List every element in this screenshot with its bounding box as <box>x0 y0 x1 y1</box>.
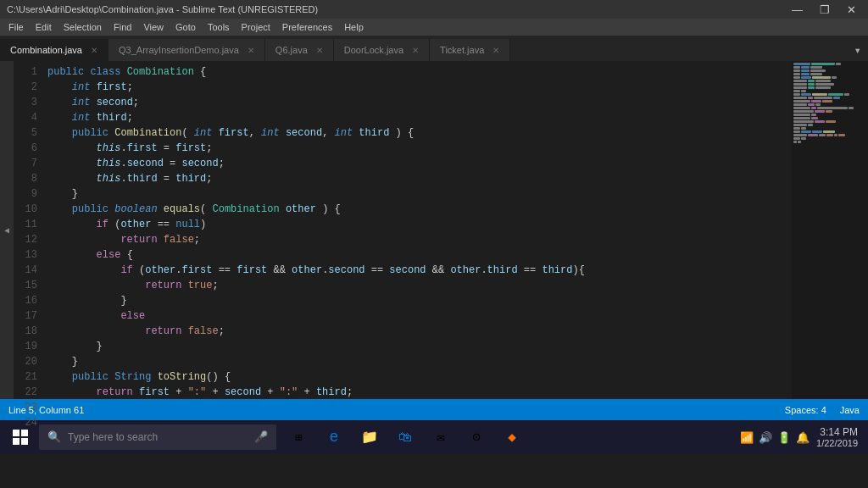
menu-help[interactable]: Help <box>339 19 369 36</box>
line-num-21: 21 <box>17 369 37 385</box>
notification-icon[interactable]: 🔔 <box>796 431 810 444</box>
line-num-10: 10 <box>17 202 37 217</box>
line-num-1: 1 <box>17 64 37 80</box>
status-bar: Line 5, Column 61 Spaces: 4 Java <box>0 399 868 420</box>
code-line-20: } <box>44 354 792 369</box>
line-num-19: 19 <box>17 339 37 354</box>
line-num-4: 4 <box>17 110 37 125</box>
status-right: Spaces: 4 Java <box>785 405 860 415</box>
wifi-icon[interactable]: 📶 <box>740 431 754 444</box>
line-num-22: 22 <box>17 385 37 400</box>
line-num-13: 13 <box>17 247 37 263</box>
search-icon: 🔍 <box>47 430 61 444</box>
line-num-20: 20 <box>17 354 37 369</box>
menu-selection[interactable]: Selection <box>58 19 107 36</box>
tab-doorlock[interactable]: DoorLock.java ✕ <box>334 39 430 61</box>
code-line-11: if (other == null) <box>44 217 792 232</box>
code-editor[interactable]: public class Combination { int first; in… <box>44 61 792 399</box>
close-button[interactable]: ✕ <box>842 3 861 16</box>
code-line-10: public boolean equals( Combination other… <box>44 202 792 217</box>
tab-overflow-button[interactable]: ▾ <box>848 39 868 61</box>
taskbar-search[interactable]: 🔍 🎤 <box>39 424 276 450</box>
code-line-3: int second; <box>44 95 792 110</box>
code-line-19: } <box>44 339 792 354</box>
spaces-info: Spaces: 4 <box>785 405 826 415</box>
tab-close-combination[interactable]: ✕ <box>91 46 97 55</box>
code-line-18: return false; <box>44 324 792 339</box>
menu-find[interactable]: Find <box>108 19 136 36</box>
taskbar-store[interactable]: 🛍 <box>388 420 422 454</box>
line-num-17: 17 <box>17 308 37 324</box>
taskbar-explorer[interactable]: 📁 <box>353 420 387 454</box>
microphone-icon[interactable]: 🎤 <box>254 430 268 444</box>
menu-tools[interactable]: Tools <box>203 19 235 36</box>
code-line-5: public Combination( int first, int secon… <box>44 125 792 141</box>
tab-close-doorlock[interactable]: ✕ <box>412 46 419 55</box>
line-num-7: 7 <box>17 156 37 171</box>
code-line-1: public class Combination { <box>44 64 792 80</box>
battery-icon[interactable]: 🔋 <box>777 431 791 444</box>
code-line-13: else { <box>44 247 792 263</box>
language-info: Java <box>840 405 860 415</box>
system-tray-icons: 📶 🔊 🔋 🔔 <box>740 431 810 444</box>
code-line-17: else <box>44 308 792 324</box>
code-line-7: this.second = second; <box>44 156 792 171</box>
code-line-22: return first + ":" + second + ":" + thir… <box>44 385 792 399</box>
window-controls: — ❐ ✕ <box>787 3 861 16</box>
tab-close-arrayinsertion[interactable]: ✕ <box>248 46 254 55</box>
taskbar-chrome[interactable]: ⊙ <box>459 420 493 454</box>
volume-icon[interactable]: 🔊 <box>759 431 772 444</box>
tab-arrayinsertion[interactable]: Q3_ArrayInsertionDemo.java ✕ <box>108 39 265 61</box>
search-input[interactable] <box>68 431 237 443</box>
windows-logo <box>13 430 28 445</box>
editor-main: ◀ 1 2 3 4 5 6 7 8 9 10 11 12 13 14 15 16… <box>0 61 868 399</box>
maximize-button[interactable]: ❐ <box>815 3 835 16</box>
code-line-8: this.third = third; <box>44 171 792 186</box>
tab-bar: Combination.java ✕ Q3_ArrayInsertionDemo… <box>0 36 868 61</box>
code-line-21: public String toString() { <box>44 369 792 385</box>
menu-preferences[interactable]: Preferences <box>277 19 337 36</box>
tab-q6[interactable]: Q6.java ✕ <box>265 39 334 61</box>
line-numbers: 1 2 3 4 5 6 7 8 9 10 11 12 13 14 15 16 1… <box>14 61 44 399</box>
tab-ticket[interactable]: Ticket.java ✕ <box>430 39 510 61</box>
menu-edit[interactable]: Edit <box>31 19 57 36</box>
line-num-5: 5 <box>17 125 37 141</box>
taskbar-apps: ⊞ e 📁 🛍 ✉ ⊙ ◆ <box>281 420 529 454</box>
line-num-3: 3 <box>17 95 37 110</box>
menu-goto[interactable]: Goto <box>170 19 201 36</box>
line-num-16: 16 <box>17 293 37 308</box>
menu-view[interactable]: View <box>138 19 169 36</box>
status-left: Line 5, Column 61 <box>8 405 84 415</box>
code-line-12: return false; <box>44 232 792 247</box>
scroll-left-button[interactable]: ◀ <box>0 61 14 399</box>
title-text: C:\Users\Adri\Desktop\Combination.java -… <box>7 4 318 14</box>
line-num-15: 15 <box>17 278 37 293</box>
menu-project[interactable]: Project <box>236 19 275 36</box>
cursor-position: Line 5, Column 61 <box>8 405 84 415</box>
taskbar-right: 📶 🔊 🔋 🔔 3:14 PM 1/22/2019 <box>740 426 865 448</box>
code-line-16: } <box>44 293 792 308</box>
taskbar: 🔍 🎤 ⊞ e 📁 🛍 ✉ ⊙ ◆ 📶 🔊 🔋 🔔 3:14 PM 1/22/2… <box>0 420 868 454</box>
menu-bar: File Edit Selection Find View Goto Tools… <box>0 19 868 36</box>
menu-file[interactable]: File <box>3 19 29 36</box>
tab-close-ticket[interactable]: ✕ <box>492 46 499 55</box>
tab-close-q6[interactable]: ✕ <box>316 46 323 55</box>
line-num-12: 12 <box>17 232 37 247</box>
line-num-18: 18 <box>17 324 37 339</box>
minimap[interactable] <box>792 61 868 399</box>
minimize-button[interactable]: — <box>787 3 808 16</box>
start-button[interactable] <box>3 420 37 454</box>
taskbar-edge[interactable]: e <box>317 420 351 454</box>
code-line-14: if (other.first == first && other.second… <box>44 263 792 278</box>
tab-label: Combination.java <box>10 45 82 55</box>
line-num-9: 9 <box>17 186 37 202</box>
code-line-6: this.first = first; <box>44 141 792 156</box>
clock-time: 3:14 PM <box>816 426 858 438</box>
tab-combination-java[interactable]: Combination.java ✕ <box>0 39 108 61</box>
code-line-4: int third; <box>44 110 792 125</box>
system-clock[interactable]: 3:14 PM 1/22/2019 <box>816 426 858 448</box>
tab-label: Q6.java <box>275 45 308 55</box>
taskbar-task-view[interactable]: ⊞ <box>281 420 315 454</box>
taskbar-sublime[interactable]: ◆ <box>495 420 529 454</box>
taskbar-mail[interactable]: ✉ <box>424 420 458 454</box>
